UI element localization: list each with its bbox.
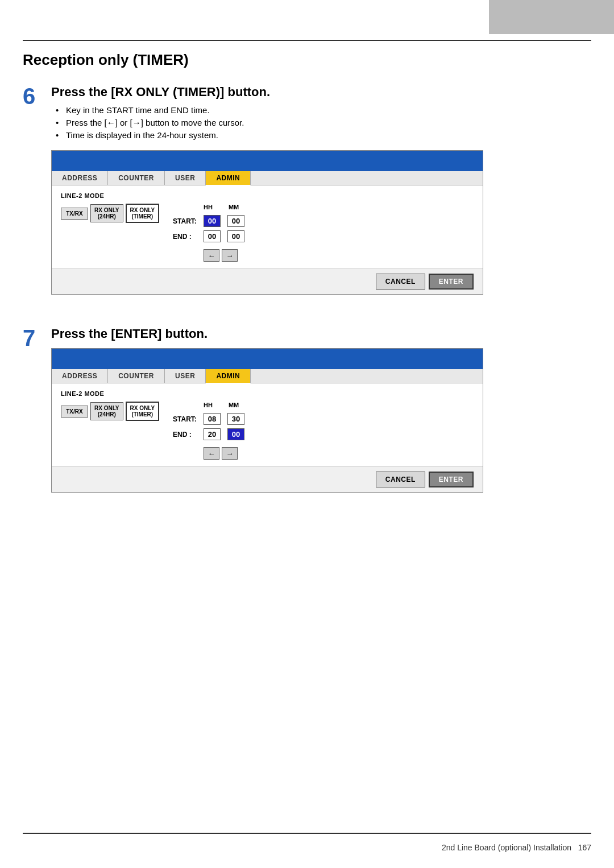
hh-mm-labels-step7: HH MM <box>204 402 244 408</box>
panel-step7: ADDRESS COUNTER USER ADMIN LINE-2 MODE T… <box>51 348 483 493</box>
tab-counter-step6[interactable]: COUNTER <box>108 171 165 185</box>
main-content: Reception only (TIMER) 6 Press the [RX O… <box>23 51 591 524</box>
end-label-step6: END : <box>173 233 200 241</box>
arrow-right-step6[interactable]: → <box>222 249 238 262</box>
arrow-left-step7[interactable]: ← <box>204 447 219 460</box>
arrow-right-step7[interactable]: → <box>222 447 238 460</box>
btn-rxonly24-step6[interactable]: RX ONLY(24HR) <box>90 204 123 222</box>
hh-label-step7: HH <box>204 402 213 408</box>
end-hh-step7: 20 <box>204 428 221 440</box>
tab-user-step6[interactable]: USER <box>165 171 206 185</box>
panel-inner-step6: TX/RX RX ONLY(24HR) RX ONLY(TIMER) HH MM… <box>61 204 474 268</box>
cancel-button-step7[interactable]: CANCEL <box>376 472 425 487</box>
end-row-step6: END : 00 00 <box>173 230 244 242</box>
btn-rxonlytimer-step6[interactable]: RX ONLY(TIMER) <box>126 204 160 223</box>
time-section-step6: HH MM START: 00 00 END : <box>173 204 244 262</box>
start-row-step6: START: 00 00 <box>173 215 244 227</box>
panel-tabs-step6: ADDRESS COUNTER USER ADMIN <box>52 171 483 185</box>
end-mm-step7: 00 <box>227 428 244 440</box>
step6-bullets: Key in the START time and END time. Pres… <box>56 105 591 140</box>
tab-admin-step6[interactable]: ADMIN <box>206 171 251 185</box>
btn-txrx-step6[interactable]: TX/RX <box>61 208 88 220</box>
cancel-button-step6[interactable]: CANCEL <box>376 274 425 290</box>
top-bar <box>489 0 614 34</box>
hh-mm-labels-step6: HH MM <box>204 204 244 210</box>
panel-body-step7: LINE-2 MODE TX/RX RX ONLY(24HR) RX ONLY(… <box>52 383 483 466</box>
panel-header-step7 <box>52 349 483 369</box>
bottom-divider <box>23 833 591 834</box>
btn-rxonlytimer-step7[interactable]: RX ONLY(TIMER) <box>126 402 160 421</box>
start-label-step7: START: <box>173 415 200 423</box>
bullet-3: Time is displayed in the 24-hour system. <box>56 130 591 140</box>
footer-text: 2nd Line Board (optional) Installation 1… <box>442 843 591 852</box>
tab-address-step7[interactable]: ADDRESS <box>52 369 108 383</box>
end-mm-step6: 00 <box>227 230 244 242</box>
step6-number: 6 <box>23 85 43 108</box>
btn-txrx-step7[interactable]: TX/RX <box>61 406 88 418</box>
top-divider <box>23 40 591 41</box>
mode-buttons-step6: TX/RX RX ONLY(24HR) RX ONLY(TIMER) <box>61 204 159 223</box>
start-hh-step7: 08 <box>204 413 221 425</box>
enter-button-step6[interactable]: ENTER <box>429 274 474 290</box>
step7-block: 7 Press the [ENTER] button. ADDRESS COUN… <box>23 326 591 506</box>
btn-rxonly24-step7[interactable]: RX ONLY(24HR) <box>90 402 123 420</box>
start-mm-step6: 00 <box>227 215 244 227</box>
end-hh-step6: 00 <box>204 230 221 242</box>
tab-counter-step7[interactable]: COUNTER <box>108 369 165 383</box>
step7-heading: Press the [ENTER] button. <box>51 326 591 341</box>
step6-content: Press the [RX ONLY (TIMER)] button. Key … <box>51 85 591 308</box>
bullet-1: Key in the START time and END time. <box>56 105 591 115</box>
start-mm-step7: 30 <box>227 413 244 425</box>
panel-footer-step7: CANCEL ENTER <box>52 466 483 492</box>
panel-body-step6: LINE-2 MODE TX/RX RX ONLY(24HR) RX ONLY(… <box>52 185 483 268</box>
start-row-step7: START: 08 30 <box>173 413 244 425</box>
start-hh-step6: 00 <box>204 215 221 227</box>
mode-buttons-step7: TX/RX RX ONLY(24HR) RX ONLY(TIMER) <box>61 402 159 421</box>
line-mode-step6: LINE-2 MODE <box>61 192 474 199</box>
tab-admin-step7[interactable]: ADMIN <box>206 369 251 383</box>
arrow-left-step6[interactable]: ← <box>204 249 219 262</box>
tab-address-step6[interactable]: ADDRESS <box>52 171 108 185</box>
footer-label: 2nd Line Board (optional) Installation <box>442 843 571 852</box>
end-label-step7: END : <box>173 431 200 439</box>
panel-step6: ADDRESS COUNTER USER ADMIN LINE-2 MODE T… <box>51 150 483 295</box>
step7-number: 7 <box>23 326 43 349</box>
line-mode-step7: LINE-2 MODE <box>61 390 474 397</box>
step7-content: Press the [ENTER] button. ADDRESS COUNTE… <box>51 326 591 506</box>
step6-block: 6 Press the [RX ONLY (TIMER)] button. Ke… <box>23 85 591 308</box>
step6-heading: Press the [RX ONLY (TIMER)] button. <box>51 85 591 100</box>
panel-inner-step7: TX/RX RX ONLY(24HR) RX ONLY(TIMER) HH MM… <box>61 402 474 466</box>
panel-header-step6 <box>52 151 483 171</box>
start-label-step6: START: <box>173 217 200 225</box>
end-row-step7: END : 20 00 <box>173 428 244 440</box>
section-title: Reception only (TIMER) <box>23 51 591 69</box>
mm-label-step7: MM <box>229 402 239 408</box>
mm-label-step6: MM <box>229 204 239 210</box>
bullet-2: Press the [←] or [→] button to move the … <box>56 118 591 127</box>
panel-footer-step6: CANCEL ENTER <box>52 268 483 294</box>
arrow-buttons-step6: ← → <box>204 249 244 262</box>
hh-label-step6: HH <box>204 204 213 210</box>
arrow-buttons-step7: ← → <box>204 447 244 460</box>
enter-button-step7[interactable]: ENTER <box>429 472 474 487</box>
panel-tabs-step7: ADDRESS COUNTER USER ADMIN <box>52 369 483 383</box>
tab-user-step7[interactable]: USER <box>165 369 206 383</box>
time-section-step7: HH MM START: 08 30 END : <box>173 402 244 460</box>
page-number: 167 <box>578 843 591 852</box>
